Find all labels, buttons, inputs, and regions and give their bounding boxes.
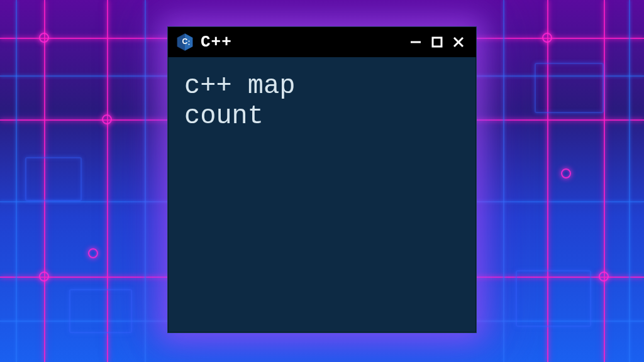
maximize-icon (430, 35, 444, 49)
editor-content: c++ map count (184, 71, 460, 132)
minimize-button[interactable] (407, 33, 425, 51)
cpp-logo-icon: C + + (175, 33, 194, 52)
svg-rect-6 (433, 38, 441, 47)
window-controls (407, 33, 467, 51)
close-icon (452, 35, 465, 49)
maximize-button[interactable] (428, 33, 446, 51)
close-button[interactable] (450, 33, 467, 51)
app-window: C + + C++ (167, 26, 477, 333)
window-title: C++ (201, 33, 401, 52)
svg-text:C: C (182, 37, 188, 46)
svg-text:+: + (188, 42, 190, 46)
code-line-2: count (184, 101, 264, 131)
code-line-1: c++ map (184, 71, 295, 101)
titlebar[interactable]: C + + C++ (168, 27, 476, 57)
editor-area[interactable]: c++ map count (168, 57, 476, 146)
minimize-icon (409, 35, 423, 49)
